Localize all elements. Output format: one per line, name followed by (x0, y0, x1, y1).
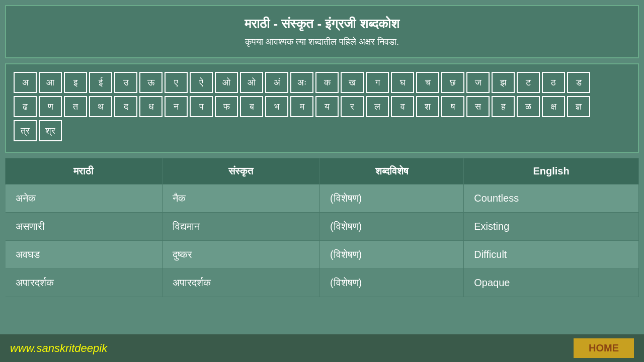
keyboard-row-3: त्रश्र (14, 120, 630, 141)
keyboard-key[interactable]: ठ (542, 72, 565, 93)
cell-marathi: अनेक (6, 185, 163, 213)
cell-marathi: अपारदर्शक (6, 269, 163, 297)
keyboard-key[interactable]: क (315, 72, 339, 93)
cell-english: Existing (464, 213, 639, 241)
cell-type: (विशेषण) (319, 241, 463, 269)
keyboard-key[interactable]: ढ (14, 96, 37, 117)
cell-sanskrit: नैक (162, 185, 319, 213)
cell-type: (विशेषण) (319, 269, 463, 297)
cell-marathi: असणारी (6, 213, 163, 241)
table-row: अनेकनैक(विशेषण)Countless (6, 185, 639, 213)
keyboard-key[interactable]: द (114, 96, 137, 117)
keyboard-key[interactable]: ड (567, 72, 590, 93)
keyboard-key[interactable]: अं (265, 72, 288, 93)
keyboard-key[interactable]: क्ष (542, 96, 565, 117)
keyboard-key[interactable]: इ (64, 72, 87, 93)
col-header-english: English (464, 158, 639, 185)
keyboard-key[interactable]: ल (366, 96, 389, 117)
keyboard-key[interactable]: य (315, 96, 339, 117)
page-title: मराठी - संस्कृत - इंग्रजी शब्दकोश (16, 16, 628, 32)
keyboard-key[interactable]: ज (466, 72, 490, 93)
keyboard-section: अआइईउऊएऐओओअंअःकखगघचछजझटठड ढणतथदधनपफबभमयर… (5, 63, 639, 153)
keyboard-key[interactable]: स (466, 96, 490, 117)
footer: www.sanskritdeepik HOME (0, 334, 644, 362)
keyboard-key[interactable]: थ (89, 96, 112, 117)
keyboard-key[interactable]: ई (89, 72, 112, 93)
cell-type: (विशेषण) (319, 185, 463, 213)
page-subtitle: कृपया आवश्यक त्या शब्दातील पहिले अक्षर न… (16, 37, 628, 47)
keyboard-key[interactable]: ब (240, 96, 263, 117)
table-section: मराठी संस्कृत शब्दविशेष English अनेकनैक(… (5, 158, 639, 297)
website-label: www.sanskritdeepik (10, 342, 107, 355)
keyboard-key[interactable]: श्र (39, 120, 62, 141)
dictionary-table: मराठी संस्कृत शब्दविशेष English अनेकनैक(… (5, 158, 639, 297)
keyboard-key[interactable]: ट (517, 72, 540, 93)
keyboard-key[interactable]: आ (39, 72, 62, 93)
keyboard-key[interactable]: अः (290, 72, 313, 93)
table-row: अवघडदुष्कर(विशेषण)Difficult (6, 241, 639, 269)
keyboard-key[interactable]: प (190, 96, 213, 117)
table-row: अपारदर्शकअपारदर्शक(विशेषण)Opaque (6, 269, 639, 297)
keyboard-key[interactable]: छ (441, 72, 464, 93)
keyboard-key[interactable]: ख (341, 72, 364, 93)
keyboard-key[interactable]: श (416, 96, 439, 117)
col-header-sanskrit: संस्कृत (162, 158, 319, 185)
keyboard-key[interactable]: व (391, 96, 414, 117)
cell-marathi: अवघड (6, 241, 163, 269)
keyboard-key[interactable]: ऊ (139, 72, 163, 93)
keyboard-key[interactable]: ऐ (190, 72, 213, 93)
keyboard-key[interactable]: ळ (517, 96, 540, 117)
keyboard-key[interactable]: ज्ञ (567, 96, 590, 117)
keyboard-key[interactable]: ओ (240, 72, 263, 93)
keyboard-key[interactable]: उ (114, 72, 137, 93)
cell-type: (विशेषण) (319, 213, 463, 241)
keyboard-key[interactable]: ग (366, 72, 389, 93)
cell-sanskrit: विद्यमान (162, 213, 319, 241)
home-button[interactable]: HOME (574, 338, 634, 358)
table-header-row: मराठी संस्कृत शब्दविशेष English (6, 158, 639, 185)
keyboard-row-1: अआइईउऊएऐओओअंअःकखगघचछजझटठड (14, 72, 630, 93)
col-header-type: शब्दविशेष (319, 158, 463, 185)
cell-english: Opaque (464, 269, 639, 297)
keyboard-key[interactable]: झ (492, 72, 515, 93)
header-section: मराठी - संस्कृत - इंग्रजी शब्दकोश कृपया … (5, 5, 639, 58)
keyboard-row-2: ढणतथदधनपफबभमयरलवशषसहळक्षज्ञ (14, 96, 630, 117)
keyboard-key[interactable]: ए (165, 72, 188, 93)
keyboard-key[interactable]: फ (215, 96, 238, 117)
keyboard-key[interactable]: ह (492, 96, 515, 117)
cell-english: Difficult (464, 241, 639, 269)
keyboard-key[interactable]: त (64, 96, 87, 117)
table-row: असणारीविद्यमान(विशेषण)Existing (6, 213, 639, 241)
keyboard-key[interactable]: म (290, 96, 313, 117)
col-header-marathi: मराठी (6, 158, 163, 185)
cell-sanskrit: दुष्कर (162, 241, 319, 269)
keyboard-key[interactable]: ध (139, 96, 163, 117)
keyboard-key[interactable]: भ (265, 96, 288, 117)
cell-sanskrit: अपारदर्शक (162, 269, 319, 297)
keyboard-key[interactable]: र (341, 96, 364, 117)
keyboard-key[interactable]: घ (391, 72, 414, 93)
cell-english: Countless (464, 185, 639, 213)
keyboard-key[interactable]: अ (14, 72, 37, 93)
keyboard-key[interactable]: त्र (14, 120, 37, 141)
keyboard-key[interactable]: ष (441, 96, 464, 117)
keyboard-key[interactable]: ओ (215, 72, 238, 93)
keyboard-key[interactable]: ण (39, 96, 62, 117)
keyboard-key[interactable]: च (416, 72, 439, 93)
keyboard-key[interactable]: न (165, 96, 188, 117)
